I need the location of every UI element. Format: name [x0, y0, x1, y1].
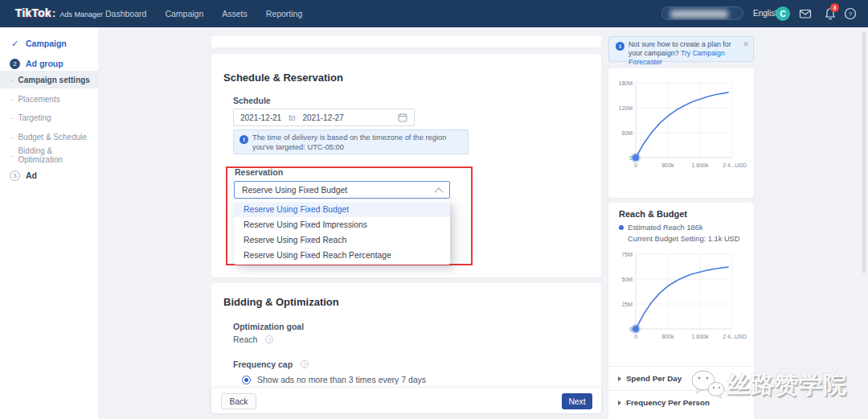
- help-icon[interactable]: ?: [844, 7, 857, 20]
- svg-text:2 4...: 2 4...: [723, 334, 735, 339]
- tooltip-icon[interactable]: ?: [301, 360, 309, 368]
- step-label: Campaign: [26, 39, 67, 48]
- svg-text:800k: 800k: [661, 334, 674, 339]
- logo-colon: :: [52, 7, 55, 19]
- svg-text:25M: 25M: [621, 302, 633, 307]
- step-label: Ad: [26, 170, 37, 180]
- reach-budget-chart-top: 060M120M180M0800k1 600k2 4...USD: [613, 76, 748, 184]
- previous-card-bottom-edge: [211, 36, 601, 47]
- nav-campaign[interactable]: Campaign: [165, 9, 203, 18]
- step-number-icon: 3: [10, 170, 20, 181]
- nav-reporting[interactable]: Reporting: [266, 9, 303, 18]
- optimization-goal-label: Optimization goal: [233, 322, 304, 331]
- card-title: Schedule & Reservation: [223, 72, 343, 84]
- frequency-cap-label: Frequency cap: [233, 359, 293, 369]
- logo-subtitle: Ads Manager: [59, 10, 103, 18]
- svg-text:?: ?: [849, 10, 853, 18]
- step-number-icon: 2: [10, 59, 20, 69]
- sidebar-step-campaign[interactable]: ✓ Campaign: [0, 35, 98, 52]
- date-separator: to: [289, 113, 295, 122]
- timezone-info-alert: i The time of delivery is based on the t…: [233, 129, 469, 154]
- svg-text:0: 0: [634, 162, 637, 168]
- svg-text:75M: 75M: [621, 252, 633, 257]
- check-icon: ✓: [10, 39, 20, 49]
- notification-badge: 3: [830, 3, 839, 12]
- reservation-label: Reservation: [235, 167, 283, 177]
- avatar[interactable]: C: [776, 6, 790, 21]
- wizard-footer: Back Next: [211, 388, 601, 413]
- frequency-cap-option: Show ads no more than 3 times every 7 da…: [257, 375, 426, 384]
- estimated-reach-line: Estimated Reach 186k: [619, 224, 703, 232]
- sidebar-step-ad[interactable]: 3 Ad: [0, 166, 98, 184]
- svg-text:0: 0: [634, 334, 637, 339]
- expand-arrow-icon: [618, 376, 621, 381]
- current-budget-line: Current Budget Setting: 1.1k USD: [628, 235, 740, 243]
- spend-per-day-row[interactable]: Spend Per Day: [608, 366, 754, 390]
- bullet-icon: –: [10, 114, 14, 121]
- sidebar-step-ad-group[interactable]: 2 Ad group: [0, 55, 98, 72]
- card-title: Bidding & Optimization: [223, 296, 339, 308]
- date-end: 2021-12-27: [303, 113, 344, 122]
- svg-text:120M: 120M: [618, 105, 633, 111]
- top-navigation: Dashboard Campaign Assets Reporting: [105, 0, 302, 27]
- frequency-per-person-row[interactable]: Frequency Per Person: [608, 390, 754, 414]
- reservation-dropdown-menu: Reserve Using Fixed Budget Reserve Using…: [234, 200, 450, 265]
- next-button[interactable]: Next: [562, 393, 592, 409]
- option-fixed-reach[interactable]: Reserve Using Fixed Reach: [234, 232, 450, 248]
- svg-text:USD: USD: [735, 162, 747, 168]
- reach-budget-title: Reach & Budget: [619, 209, 687, 219]
- svg-text:800k: 800k: [661, 162, 674, 168]
- nav-dashboard[interactable]: Dashboard: [105, 9, 146, 18]
- banner-text: Not sure how to create a plan for your c…: [628, 40, 742, 67]
- bullet-icon: –: [10, 76, 14, 84]
- messages-icon[interactable]: [799, 7, 812, 20]
- date-range-input[interactable]: 2021-12-21 to 2021-12-27: [233, 109, 415, 126]
- svg-text:USD: USD: [735, 334, 747, 339]
- sidebar-item-bidding-optimization[interactable]: – Bidding & Optimization: [0, 146, 98, 164]
- schedule-label: Schedule: [233, 96, 271, 105]
- close-icon[interactable]: ✕: [743, 40, 749, 48]
- tiktok-logo[interactable]: TikTok : Ads Manager: [15, 6, 103, 19]
- tooltip-icon[interactable]: ?: [265, 335, 273, 343]
- info-icon: i: [616, 42, 624, 51]
- forecast-chart-card: 060M120M180M0800k1 600k2 4...USD: [608, 68, 754, 198]
- bullet-icon: –: [10, 134, 14, 141]
- reservation-selected-value: Reserve Using Fixed Budget: [242, 186, 347, 195]
- bullet-icon: –: [10, 152, 14, 159]
- account-search-pill[interactable]: [661, 6, 743, 20]
- reach-budget-chart-bottom: 025M50M75M0800k1 600k2 4...USD: [613, 248, 748, 355]
- optimization-goal-value: Reach: [233, 335, 257, 344]
- svg-text:180M: 180M: [618, 80, 633, 86]
- back-button[interactable]: Back: [221, 393, 256, 409]
- logo-wordmark: TikTok: [15, 6, 51, 19]
- sidebar-item-budget-schedule[interactable]: – Budget & Schedule: [0, 128, 98, 146]
- blurred-account-name: [670, 10, 728, 18]
- reach-budget-card: Reach & Budget Estimated Reach 186k Curr…: [608, 203, 754, 419]
- option-fixed-budget[interactable]: Reserve Using Fixed Budget: [234, 202, 450, 217]
- left-step-sidebar: ✓ Campaign 2 Ad group – Campaign setting…: [0, 27, 98, 419]
- svg-text:2 4...: 2 4...: [723, 162, 735, 168]
- svg-text:60M: 60M: [621, 130, 633, 136]
- vertical-scrollbar[interactable]: [862, 32, 866, 273]
- chevron-up-icon: [436, 187, 442, 193]
- date-start: 2021-12-21: [240, 113, 281, 122]
- sidebar-item-campaign-settings[interactable]: – Campaign settings: [0, 71, 98, 88]
- option-fixed-impressions[interactable]: Reserve Using Fixed Impressions: [234, 217, 450, 232]
- svg-text:1 600k: 1 600k: [691, 162, 709, 168]
- svg-text:1 600k: 1 600k: [691, 334, 709, 339]
- top-header: TikTok : Ads Manager Dashboard Campaign …: [0, 0, 868, 27]
- step-label: Ad group: [26, 59, 63, 68]
- frequency-cap-radio-selected[interactable]: [242, 376, 251, 384]
- nav-assets[interactable]: Assets: [222, 9, 248, 18]
- reservation-select[interactable]: Reserve Using Fixed Budget: [234, 181, 450, 199]
- expand-arrow-icon: [618, 401, 621, 405]
- sidebar-item-placements[interactable]: – Placements: [0, 90, 98, 108]
- svg-text:50M: 50M: [621, 277, 633, 282]
- timezone-note: The time of delivery is based on the tim…: [252, 134, 461, 152]
- forecaster-banner: i Not sure how to create a plan for your…: [608, 36, 754, 62]
- legend-dot-icon: [619, 225, 624, 230]
- option-fixed-reach-percentage[interactable]: Reserve Using Fixed Reach Percentage: [234, 248, 450, 263]
- sidebar-item-targeting[interactable]: – Targeting: [0, 109, 98, 126]
- bullet-icon: –: [10, 96, 14, 103]
- calendar-icon: [398, 113, 407, 122]
